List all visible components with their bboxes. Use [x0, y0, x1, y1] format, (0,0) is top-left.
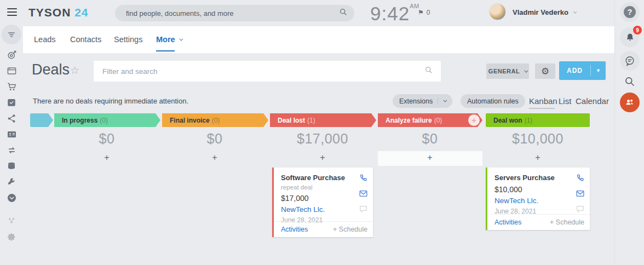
flag-count: 0 [427, 9, 430, 16]
sidebar-item-structure[interactable] [5, 215, 18, 226]
panel-search-button[interactable] [620, 74, 640, 89]
activities-link[interactable]: Activities [281, 226, 308, 233]
search-icon [624, 76, 635, 87]
email-icon[interactable] [359, 189, 368, 200]
settings-gear-button[interactable]: ⚙ [535, 64, 555, 79]
help-icon: ? [624, 6, 636, 18]
comment-icon[interactable] [359, 204, 368, 216]
deal-contact-actions [359, 174, 368, 216]
add-stage-button[interactable]: + [468, 114, 480, 126]
stage-stub[interactable] [30, 113, 53, 127]
global-search-input[interactable] [126, 9, 339, 18]
sidebar-item-network[interactable] [5, 113, 18, 124]
nodes-icon [7, 216, 16, 225]
quick-add-deal-button[interactable]: + [535, 153, 540, 163]
deal-card-software-purchase[interactable]: Software Purchase repeat deal $17,000 Ne… [272, 168, 373, 237]
time-value: 9:42 [370, 3, 410, 24]
stage-count: (0) [434, 117, 442, 124]
chat-button[interactable] [620, 51, 640, 71]
stage-deal-lost[interactable]: Deal lost (1) [270, 113, 376, 127]
gear-icon: ⚙ [541, 66, 549, 77]
contact-card-icon [7, 129, 17, 140]
filter-search-input[interactable] [102, 67, 424, 76]
schedule-link[interactable]: + Schedule [550, 218, 584, 226]
clock[interactable]: 9:42AM [370, 3, 419, 25]
deal-title[interactable]: Servers Purchase [495, 174, 583, 182]
tasks-icon [7, 97, 16, 107]
sidebar-item-sites[interactable] [5, 65, 18, 76]
sidebar-item-sync[interactable] [5, 145, 18, 155]
tab-more[interactable]: More [156, 35, 182, 44]
schedule-link[interactable]: + Schedule [333, 226, 367, 233]
sidebar-item-storage[interactable] [5, 160, 18, 171]
right-icon-rail: ? 9 [614, 0, 644, 265]
quick-add-deal-button[interactable]: + [104, 153, 109, 163]
sidebar-item-more[interactable] [5, 192, 18, 203]
gear-icon [7, 232, 16, 241]
stage-deal-won[interactable]: Deal won (1) [486, 113, 590, 127]
sidebar-item-tasks[interactable] [5, 97, 18, 108]
add-button[interactable]: ADD ▼ [559, 61, 606, 80]
quick-add-deal-button[interactable]: + [212, 153, 217, 163]
database-icon [7, 161, 16, 171]
sidebar-item-contacts[interactable] [5, 129, 18, 140]
column-total: $0 [99, 131, 115, 147]
chevron-circle-icon [7, 193, 17, 203]
phone-icon[interactable] [576, 174, 585, 185]
hamburger-menu-icon[interactable] [7, 8, 17, 16]
view-list[interactable]: List [559, 96, 571, 106]
sidebar-item-target[interactable] [5, 49, 18, 60]
chat-icon [624, 55, 635, 66]
tab-settings[interactable]: Settings [114, 35, 142, 44]
automation-rules-button[interactable]: Automation rules [461, 94, 525, 108]
notifications-button[interactable]: 9 [620, 27, 640, 47]
deal-subtitle: repeat deal [281, 184, 366, 191]
deal-card-footer: Activities + Schedule [274, 221, 373, 237]
browser-window-icon [7, 66, 17, 76]
deal-title[interactable]: Software Purchase [281, 174, 366, 182]
quick-add-deal-button[interactable]: + [320, 153, 325, 163]
notifications-badge: 9 [633, 26, 642, 34]
general-dropdown-button[interactable]: GENERAL [486, 64, 529, 79]
stage-final-invoice[interactable]: Final invoice (0) [162, 113, 268, 127]
favorite-star-icon[interactable]: ☆ [70, 64, 79, 77]
sidebar-item-configure[interactable] [5, 231, 18, 242]
crm-app: TYSON 24 9:42AM ⚑ 0 Vladmir Vederko [0, 0, 644, 265]
deal-card-servers-purchase[interactable]: Servers Purchase $10,000 NewTech Llc. Ju… [486, 168, 590, 230]
extensions-button[interactable]: Extensions [393, 94, 452, 108]
sidebar-item-shop[interactable] [5, 81, 18, 92]
nav-band: Leads Contacts Settings More [23, 26, 614, 53]
tab-contacts[interactable]: Contacts [70, 35, 101, 44]
quick-add-deal-button[interactable]: + [427, 153, 432, 163]
filter-search-box[interactable] [94, 61, 441, 82]
extensions-label: Extensions [399, 97, 433, 105]
tab-leads[interactable]: Leads [34, 35, 56, 44]
user-menu[interactable]: Vladmir Vederko [513, 8, 576, 16]
activities-link[interactable]: Activities [495, 218, 521, 226]
deal-company-link[interactable]: NewTech Llc. [281, 205, 366, 214]
page-title: Deals [32, 61, 70, 78]
left-icon-rail [0, 26, 23, 265]
add-dropdown-caret[interactable]: ▼ [591, 68, 606, 73]
stage-count: (1) [525, 117, 533, 124]
view-calendar[interactable]: Calendar [576, 96, 609, 106]
stage-analyze-failure[interactable]: Analyze failure (0) [378, 113, 482, 127]
sidebar-item-settings-tools[interactable] [5, 176, 18, 187]
email-icon[interactable] [576, 189, 585, 200]
view-kanban[interactable]: Kanban [529, 96, 557, 106]
global-search[interactable] [115, 5, 354, 21]
chevron-down-icon [444, 99, 447, 102]
invite-users-button[interactable] [620, 93, 640, 112]
deal-company-link[interactable]: NewTech Llc. [495, 197, 583, 205]
sync-icon [7, 145, 17, 155]
automation-label: Automation rules [467, 97, 519, 105]
help-button[interactable]: ? [620, 2, 640, 22]
phone-icon[interactable] [359, 174, 368, 185]
flag-counter[interactable]: ⚑ 0 [418, 9, 430, 16]
user-avatar[interactable] [489, 3, 506, 20]
chevron-down-icon [179, 37, 183, 41]
user-name: Vladmir Vederko [513, 8, 568, 16]
stage-in-progress[interactable]: In progress (0) [54, 113, 160, 127]
sidebar-item-filter[interactable] [2, 25, 21, 44]
flag-icon: ⚑ [418, 9, 424, 16]
